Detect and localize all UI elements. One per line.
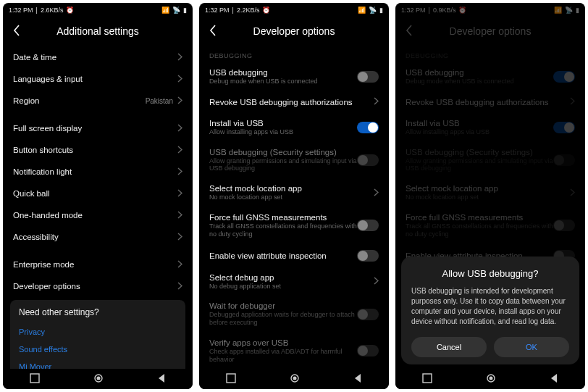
row-quick-ball[interactable]: Quick ball: [3, 183, 193, 204]
status-bar: 1:32 PM|0.9KB/s⏰ 📶📡▮: [395, 3, 585, 16]
battery-icon: ▮: [183, 7, 187, 14]
toggle-wait-for-debugger: [357, 309, 379, 320]
region-value: Pakistan: [146, 97, 173, 105]
nav-back-icon[interactable]: [353, 373, 362, 385]
dialog-cancel-button[interactable]: Cancel: [411, 337, 487, 357]
nav-back-icon[interactable]: [157, 373, 166, 385]
chevron-right-icon: [177, 96, 182, 106]
svg-rect-0: [30, 374, 39, 383]
row-accessibility[interactable]: Accessibility: [3, 226, 193, 248]
dialog-ok-button[interactable]: OK: [494, 337, 569, 357]
card-link-mi-mover[interactable]: Mi Mover: [19, 358, 177, 369]
row-usb-debugging-security: USB debugging (Security settings)Allow g…: [199, 142, 389, 179]
alarm-icon: ⏰: [458, 7, 466, 14]
chevron-right-icon: [177, 233, 182, 242]
chevron-right-icon: [177, 211, 182, 220]
chevron-right-icon: [177, 167, 182, 177]
battery-icon: ▮: [379, 7, 383, 14]
toggle-usb-debugging: [553, 71, 575, 83]
usb-debugging-dialog: Allow USB debugging? USB debugging is in…: [401, 257, 579, 364]
toggle-verify-apps-over-usb: [357, 345, 379, 356]
chevron-right-icon: [374, 277, 379, 286]
status-speed: 0.9KB/s: [433, 7, 456, 14]
toggle-install-via-usb[interactable]: [357, 122, 379, 133]
card-title: Need other settings?: [19, 307, 177, 317]
page-title: Developer options: [209, 25, 379, 37]
row-one-handed-mode[interactable]: One-handed mode: [3, 204, 193, 226]
row-select-mock-location[interactable]: Select mock location appNo mock location…: [199, 178, 389, 207]
section-debugging: DEBUGGING: [395, 46, 585, 62]
alarm-icon: ⏰: [66, 7, 74, 14]
row-region[interactable]: RegionPakistan: [3, 90, 193, 112]
signal-icon: 📶: [554, 7, 562, 14]
chevron-right-icon: [177, 282, 182, 291]
svg-point-2: [97, 377, 101, 380]
row-revoke-usb-auth: Revoke USB debugging authorizations: [395, 91, 585, 113]
row-enable-view-attr[interactable]: Enable view attribute inspection: [199, 244, 389, 267]
status-time: 1:32 PM: [205, 7, 230, 14]
chevron-right-icon: [177, 53, 182, 62]
toggle-usb-debugging-security: [553, 154, 575, 166]
row-install-via-usb: Install via USBAllow installing apps via…: [395, 113, 585, 142]
page-title: Developer options: [406, 25, 575, 37]
chevron-right-icon: [177, 146, 182, 155]
row-button-shortcuts[interactable]: Button shortcuts: [3, 139, 193, 161]
dialog-body: USB debugging is intended for developmen…: [411, 286, 569, 327]
row-notification-light[interactable]: Notification light: [3, 161, 193, 183]
svg-rect-6: [423, 374, 432, 383]
row-languages-input[interactable]: Languages & input: [3, 68, 193, 90]
svg-rect-3: [227, 374, 235, 383]
toggle-usb-debugging-security: [357, 154, 379, 166]
header: Developer options: [199, 16, 389, 46]
status-time: 1:32 PM: [9, 7, 33, 14]
nav-home-icon[interactable]: [486, 373, 496, 385]
wifi-icon: 📡: [172, 7, 180, 14]
card-link-sound-effects[interactable]: Sound effects: [19, 341, 177, 358]
settings-list: Date & time Languages & input RegionPaki…: [3, 46, 193, 369]
card-link-privacy[interactable]: Privacy: [19, 323, 177, 341]
status-speed: 2.2KB/s: [237, 7, 260, 14]
nav-bar: [395, 369, 585, 389]
phone-developer-options-dialog: 1:32 PM|0.9KB/s⏰ 📶📡▮ Developer options D…: [395, 3, 585, 389]
signal-icon: 📶: [358, 7, 366, 14]
toggle-force-full-gnss: [553, 220, 575, 231]
alarm-icon: ⏰: [262, 7, 270, 14]
row-enterprise-mode[interactable]: Enterprise mode: [3, 254, 193, 275]
row-usb-debugging-security: USB debugging (Security settings)Allow g…: [395, 142, 585, 179]
row-verify-apps-over-usb: Verify apps over USBCheck apps installed…: [199, 333, 389, 369]
battery-icon: ▮: [576, 7, 579, 14]
row-force-full-gnss[interactable]: Force full GNSS measurementsTrack all GN…: [199, 207, 389, 244]
chevron-right-icon: [570, 97, 575, 107]
row-usb-debugging: USB debuggingDebug mode when USB is conn…: [395, 62, 585, 91]
nav-recents-icon[interactable]: [226, 373, 236, 385]
toggle-enable-view-attr[interactable]: [357, 250, 379, 262]
need-other-settings-card: Need other settings? Privacy Sound effec…: [10, 300, 185, 369]
status-bar: 1:32 PM|2.2KB/s⏰ 📶📡▮: [199, 3, 389, 16]
nav-home-icon[interactable]: [93, 373, 104, 385]
nav-back-icon[interactable]: [550, 373, 558, 385]
wifi-icon: 📡: [369, 7, 377, 14]
nav-recents-icon[interactable]: [422, 373, 432, 385]
row-revoke-usb-auth[interactable]: Revoke USB debugging authorizations: [199, 91, 389, 113]
row-usb-debugging[interactable]: USB debuggingDebug mode when USB is conn…: [199, 62, 389, 91]
row-full-screen-display[interactable]: Full screen display: [3, 117, 193, 139]
phone-developer-options: 1:32 PM|2.2KB/s⏰ 📶📡▮ Developer options D…: [199, 3, 389, 389]
phone-additional-settings: 1:32 PM | 2.6KB/s ⏰ 📶 📡 ▮ Additional set…: [3, 3, 193, 389]
row-select-debug-app[interactable]: Select debug appNo debug application set: [199, 267, 389, 296]
chevron-right-icon: [177, 189, 182, 199]
nav-bar: [3, 369, 193, 389]
nav-bar: [199, 369, 389, 389]
svg-point-8: [490, 377, 493, 380]
row-date-time[interactable]: Date & time: [3, 46, 193, 68]
nav-recents-icon[interactable]: [30, 373, 40, 385]
row-developer-options[interactable]: Developer options: [3, 275, 193, 297]
page-title: Additional settings: [13, 25, 182, 37]
row-install-via-usb[interactable]: Install via USBAllow installing apps via…: [199, 113, 389, 142]
toggle-usb-debugging[interactable]: [357, 71, 379, 83]
signal-icon: 📶: [161, 7, 169, 14]
row-force-full-gnss: Force full GNSS measurementsTrack all GN…: [395, 207, 585, 244]
toggle-force-full-gnss[interactable]: [357, 220, 379, 231]
nav-home-icon[interactable]: [290, 373, 300, 385]
row-wait-for-debugger: Wait for debuggerDebugged application wa…: [199, 296, 389, 333]
chevron-right-icon: [177, 75, 182, 84]
